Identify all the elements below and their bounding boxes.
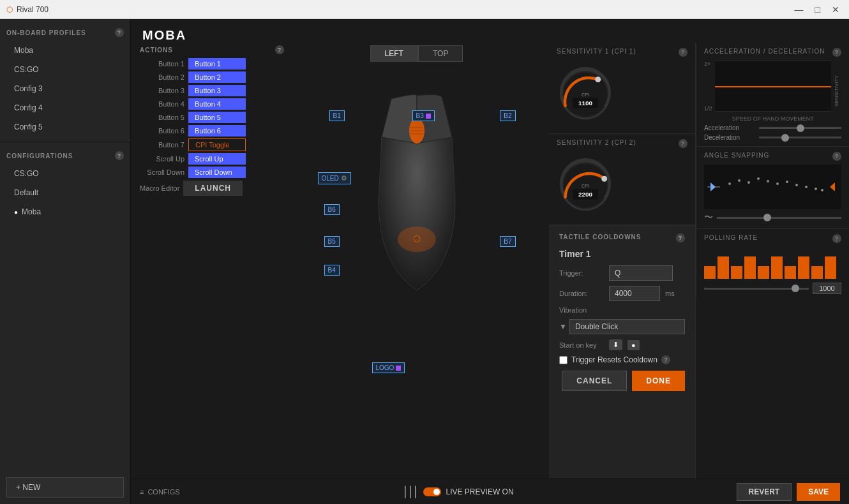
svg-point-14 — [601, 176, 607, 182]
sens1-dial[interactable]: CPI 1100 — [557, 66, 614, 123]
polling-slider[interactable] — [704, 288, 809, 290]
svg-point-24 — [767, 180, 769, 182]
angle-chart[interactable] — [704, 165, 841, 209]
polling-bar-9 — [811, 266, 823, 279]
minimize-btn[interactable]: — — [792, 3, 807, 16]
config-csgo[interactable]: CS:GO — [6, 164, 124, 183]
mouse-btn-b5[interactable]: B5 — [324, 236, 340, 247]
sensitivity2-panel: SENSITIVITY 2 (CPI 2) ? — [549, 134, 695, 225]
configs-button-area[interactable]: ≡ CONFIGS — [140, 488, 180, 496]
tactile-duration-input[interactable] — [609, 286, 660, 301]
accel-chart-area: 2× 1/2 — [704, 61, 841, 122]
configs-help[interactable]: ? — [115, 151, 124, 160]
svg-text:CPI: CPI — [582, 92, 589, 98]
tactile-vibration-row: Vibration — [559, 306, 685, 314]
tactile-trigger-input[interactable] — [609, 265, 673, 281]
trigger-resets-checkbox[interactable] — [559, 356, 567, 364]
polling-bar-10 — [825, 256, 836, 279]
sens1-help[interactable]: ? — [679, 48, 687, 57]
angle-slider[interactable] — [717, 217, 841, 219]
accel-help[interactable]: ? — [832, 48, 841, 57]
mouse-btn-b6[interactable]: B6 — [324, 204, 340, 215]
vibration-select[interactable] — [569, 319, 685, 334]
revert-button[interactable]: REVERT — [737, 483, 792, 501]
action-btn-btn2[interactable]: Button 2 — [188, 71, 246, 83]
save-button[interactable]: SAVE — [797, 483, 840, 501]
sens2-dial[interactable]: CPI 2200 — [557, 157, 614, 214]
cancel-button[interactable]: CANCEL — [562, 371, 627, 391]
action-btn-btn6[interactable]: Button 6 — [188, 125, 246, 137]
deceleration-slider[interactable] — [759, 137, 841, 138]
config-default[interactable]: Default — [6, 183, 124, 202]
polling-rate-panel: POLLING RATE ? — [696, 229, 849, 299]
action-btn-scrolldown[interactable]: Scroll Down — [188, 167, 246, 178]
app-title: ⬡ Rival 700 — [6, 5, 49, 14]
action-btn-btn4[interactable]: Button 4 — [188, 98, 246, 110]
svg-point-29 — [815, 188, 817, 190]
svg-point-21 — [738, 179, 740, 182]
mouse-btn-b2[interactable]: B2 — [500, 110, 515, 121]
svg-text:2200: 2200 — [578, 191, 592, 198]
mouse-btn-logo[interactable]: LOGO — [372, 362, 405, 373]
angle-snapping-panel: ANGLE SNAPPING ? — [696, 147, 849, 229]
profile-config5[interactable]: Config 5 — [6, 117, 124, 137]
svg-text:⬡: ⬡ — [413, 233, 421, 244]
accel-chart-container: SPEED OF HAND MOVEMENT — [715, 61, 831, 122]
macro-row: Macro Editor LAUNCH — [140, 181, 284, 196]
action-btn-btn1[interactable]: Button 1 — [188, 58, 246, 70]
action-row-btn1: Button 1 Button 1 — [140, 58, 284, 70]
action-btn-btn5[interactable]: Button 5 — [188, 112, 246, 123]
mouse-btn-b3[interactable]: B3 — [412, 110, 435, 121]
acceleration-slider[interactable] — [759, 127, 841, 129]
actions-help[interactable]: ? — [275, 45, 284, 54]
actions-title: ACTIONS ? — [140, 45, 284, 54]
profiles-help[interactable]: ? — [115, 28, 124, 37]
angle-help[interactable]: ? — [832, 152, 841, 161]
wave-icon: 〜 — [704, 212, 713, 223]
config-moba[interactable]: ● Moba — [6, 202, 124, 221]
mouse-btn-b4[interactable]: B4 — [324, 265, 340, 276]
acceleration-panel: ACCELERATION / DECELERATION ? 2× 1/2 — [696, 43, 849, 147]
tab-left[interactable]: LEFT — [370, 45, 418, 62]
new-button[interactable]: + NEW — [6, 477, 124, 498]
action-btn-btn7[interactable]: CPI Toggle — [188, 138, 246, 151]
live-preview-label: LIVE PREVIEW ON — [446, 487, 514, 496]
sens2-help[interactable]: ? — [679, 139, 687, 148]
trigger-resets-row: Trigger Resets Cooldown ? — [559, 355, 685, 364]
tab-top[interactable]: TOP — [418, 45, 463, 62]
live-toggle[interactable] — [423, 487, 441, 496]
right-secondary-panels: ACCELERATION / DECELERATION ? 2× 1/2 — [696, 43, 849, 478]
action-btn-btn3[interactable]: Button 3 — [188, 85, 246, 96]
tactile-timer-label: Timer 1 — [559, 249, 685, 259]
profiles-header: ON-BOARD PROFILES ? — [6, 24, 124, 41]
close-btn[interactable]: ✕ — [829, 3, 843, 16]
configs-icon: ≡ — [140, 488, 144, 496]
mouse-btn-b1[interactable]: B1 — [329, 110, 345, 121]
angle-header: ANGLE SNAPPING ? — [704, 152, 841, 161]
polling-help[interactable]: ? — [832, 234, 841, 243]
polling-bars — [704, 247, 841, 279]
start-key-down-icon[interactable]: ⬇ — [609, 339, 622, 350]
launch-button[interactable]: LAUNCH — [183, 181, 243, 196]
start-key-circle-icon[interactable]: ● — [627, 340, 640, 350]
trigger-resets-help[interactable]: ? — [661, 355, 670, 364]
polling-value: 1000 — [813, 283, 841, 294]
action-label-scrollup: Scroll Up — [140, 155, 184, 163]
done-button[interactable]: DONE — [632, 371, 685, 391]
mouse-btn-oled[interactable]: OLED ⚙ — [318, 172, 351, 184]
action-row-btn4: Button 4 Button 4 — [140, 98, 284, 110]
configs-header: CONFIGURATIONS ? — [6, 147, 124, 164]
tactile-help[interactable]: ? — [676, 233, 685, 242]
mouse-btn-b7[interactable]: B7 — [500, 236, 515, 247]
profile-config4[interactable]: Config 4 — [6, 98, 124, 117]
profile-csgo[interactable]: CS:GO — [6, 60, 124, 79]
accel-chart[interactable] — [715, 61, 831, 112]
maximize-btn[interactable]: □ — [812, 3, 823, 16]
profile-moba[interactable]: Moba — [6, 41, 124, 60]
polling-slider-row: 1000 — [704, 283, 841, 294]
profile-config3[interactable]: Config 3 — [6, 79, 124, 98]
svg-point-23 — [757, 177, 760, 180]
action-row-btn5: Button 5 Button 5 — [140, 112, 284, 123]
action-btn-scrollup[interactable]: Scroll Up — [188, 153, 246, 165]
action-label-btn5: Button 5 — [140, 114, 184, 121]
